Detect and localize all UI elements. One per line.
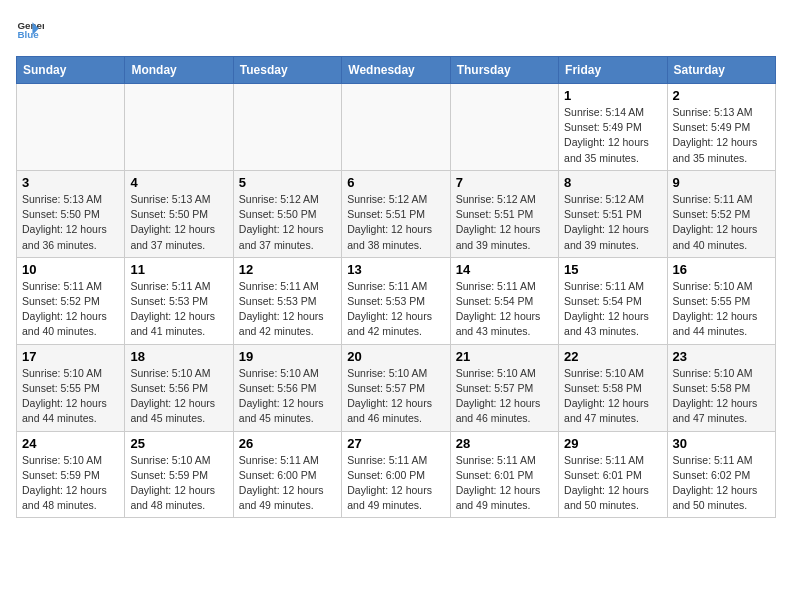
calendar-cell: 12Sunrise: 5:11 AM Sunset: 5:53 PM Dayli… [233, 257, 341, 344]
calendar-cell: 11Sunrise: 5:11 AM Sunset: 5:53 PM Dayli… [125, 257, 233, 344]
weekday-header-saturday: Saturday [667, 57, 775, 84]
day-number: 7 [456, 175, 553, 190]
calendar-cell: 26Sunrise: 5:11 AM Sunset: 6:00 PM Dayli… [233, 431, 341, 518]
day-number: 12 [239, 262, 336, 277]
day-info: Sunrise: 5:13 AM Sunset: 5:50 PM Dayligh… [22, 192, 119, 253]
day-number: 29 [564, 436, 661, 451]
day-number: 5 [239, 175, 336, 190]
calendar-cell [17, 84, 125, 171]
calendar-cell: 22Sunrise: 5:10 AM Sunset: 5:58 PM Dayli… [559, 344, 667, 431]
day-number: 1 [564, 88, 661, 103]
weekday-header-sunday: Sunday [17, 57, 125, 84]
calendar-cell: 1Sunrise: 5:14 AM Sunset: 5:49 PM Daylig… [559, 84, 667, 171]
day-number: 21 [456, 349, 553, 364]
day-info: Sunrise: 5:11 AM Sunset: 5:53 PM Dayligh… [239, 279, 336, 340]
calendar-cell: 2Sunrise: 5:13 AM Sunset: 5:49 PM Daylig… [667, 84, 775, 171]
page-header: General Blue [16, 16, 776, 44]
logo-icon: General Blue [16, 16, 44, 44]
day-number: 24 [22, 436, 119, 451]
day-info: Sunrise: 5:11 AM Sunset: 6:00 PM Dayligh… [239, 453, 336, 514]
day-number: 14 [456, 262, 553, 277]
day-info: Sunrise: 5:12 AM Sunset: 5:51 PM Dayligh… [564, 192, 661, 253]
day-info: Sunrise: 5:11 AM Sunset: 5:54 PM Dayligh… [564, 279, 661, 340]
day-info: Sunrise: 5:13 AM Sunset: 5:50 PM Dayligh… [130, 192, 227, 253]
day-number: 25 [130, 436, 227, 451]
weekday-header-tuesday: Tuesday [233, 57, 341, 84]
calendar-cell: 24Sunrise: 5:10 AM Sunset: 5:59 PM Dayli… [17, 431, 125, 518]
day-number: 4 [130, 175, 227, 190]
calendar-cell [450, 84, 558, 171]
day-number: 6 [347, 175, 444, 190]
calendar-cell: 4Sunrise: 5:13 AM Sunset: 5:50 PM Daylig… [125, 170, 233, 257]
day-number: 2 [673, 88, 770, 103]
day-number: 30 [673, 436, 770, 451]
day-info: Sunrise: 5:10 AM Sunset: 5:55 PM Dayligh… [22, 366, 119, 427]
day-info: Sunrise: 5:10 AM Sunset: 5:58 PM Dayligh… [673, 366, 770, 427]
day-info: Sunrise: 5:10 AM Sunset: 5:58 PM Dayligh… [564, 366, 661, 427]
calendar-cell [342, 84, 450, 171]
day-info: Sunrise: 5:11 AM Sunset: 5:54 PM Dayligh… [456, 279, 553, 340]
calendar-cell: 8Sunrise: 5:12 AM Sunset: 5:51 PM Daylig… [559, 170, 667, 257]
calendar-cell: 18Sunrise: 5:10 AM Sunset: 5:56 PM Dayli… [125, 344, 233, 431]
calendar-cell: 30Sunrise: 5:11 AM Sunset: 6:02 PM Dayli… [667, 431, 775, 518]
calendar-cell: 3Sunrise: 5:13 AM Sunset: 5:50 PM Daylig… [17, 170, 125, 257]
day-info: Sunrise: 5:14 AM Sunset: 5:49 PM Dayligh… [564, 105, 661, 166]
day-number: 22 [564, 349, 661, 364]
day-info: Sunrise: 5:10 AM Sunset: 5:59 PM Dayligh… [130, 453, 227, 514]
day-number: 15 [564, 262, 661, 277]
day-number: 17 [22, 349, 119, 364]
day-number: 10 [22, 262, 119, 277]
calendar-cell: 17Sunrise: 5:10 AM Sunset: 5:55 PM Dayli… [17, 344, 125, 431]
calendar-cell [233, 84, 341, 171]
day-info: Sunrise: 5:11 AM Sunset: 5:52 PM Dayligh… [673, 192, 770, 253]
day-info: Sunrise: 5:12 AM Sunset: 5:50 PM Dayligh… [239, 192, 336, 253]
day-number: 20 [347, 349, 444, 364]
calendar-cell: 13Sunrise: 5:11 AM Sunset: 5:53 PM Dayli… [342, 257, 450, 344]
calendar-cell: 6Sunrise: 5:12 AM Sunset: 5:51 PM Daylig… [342, 170, 450, 257]
day-info: Sunrise: 5:10 AM Sunset: 5:59 PM Dayligh… [22, 453, 119, 514]
weekday-header-monday: Monday [125, 57, 233, 84]
day-info: Sunrise: 5:11 AM Sunset: 6:01 PM Dayligh… [456, 453, 553, 514]
day-number: 11 [130, 262, 227, 277]
day-info: Sunrise: 5:10 AM Sunset: 5:57 PM Dayligh… [456, 366, 553, 427]
day-number: 3 [22, 175, 119, 190]
day-info: Sunrise: 5:11 AM Sunset: 5:53 PM Dayligh… [130, 279, 227, 340]
calendar-cell: 16Sunrise: 5:10 AM Sunset: 5:55 PM Dayli… [667, 257, 775, 344]
logo: General Blue [16, 16, 48, 44]
calendar-cell: 20Sunrise: 5:10 AM Sunset: 5:57 PM Dayli… [342, 344, 450, 431]
day-number: 9 [673, 175, 770, 190]
day-number: 28 [456, 436, 553, 451]
calendar-cell: 7Sunrise: 5:12 AM Sunset: 5:51 PM Daylig… [450, 170, 558, 257]
calendar-cell: 29Sunrise: 5:11 AM Sunset: 6:01 PM Dayli… [559, 431, 667, 518]
day-number: 16 [673, 262, 770, 277]
calendar-cell: 10Sunrise: 5:11 AM Sunset: 5:52 PM Dayli… [17, 257, 125, 344]
day-number: 26 [239, 436, 336, 451]
weekday-header-wednesday: Wednesday [342, 57, 450, 84]
day-number: 8 [564, 175, 661, 190]
weekday-header-thursday: Thursday [450, 57, 558, 84]
day-number: 18 [130, 349, 227, 364]
day-info: Sunrise: 5:10 AM Sunset: 5:56 PM Dayligh… [239, 366, 336, 427]
day-info: Sunrise: 5:11 AM Sunset: 6:01 PM Dayligh… [564, 453, 661, 514]
calendar-cell [125, 84, 233, 171]
calendar-cell: 9Sunrise: 5:11 AM Sunset: 5:52 PM Daylig… [667, 170, 775, 257]
day-info: Sunrise: 5:11 AM Sunset: 5:53 PM Dayligh… [347, 279, 444, 340]
calendar-cell: 14Sunrise: 5:11 AM Sunset: 5:54 PM Dayli… [450, 257, 558, 344]
day-info: Sunrise: 5:12 AM Sunset: 5:51 PM Dayligh… [347, 192, 444, 253]
calendar-cell: 15Sunrise: 5:11 AM Sunset: 5:54 PM Dayli… [559, 257, 667, 344]
day-number: 23 [673, 349, 770, 364]
day-info: Sunrise: 5:10 AM Sunset: 5:57 PM Dayligh… [347, 366, 444, 427]
day-info: Sunrise: 5:11 AM Sunset: 6:02 PM Dayligh… [673, 453, 770, 514]
calendar-cell: 19Sunrise: 5:10 AM Sunset: 5:56 PM Dayli… [233, 344, 341, 431]
day-info: Sunrise: 5:10 AM Sunset: 5:55 PM Dayligh… [673, 279, 770, 340]
day-number: 13 [347, 262, 444, 277]
calendar-table: SundayMondayTuesdayWednesdayThursdayFrid… [16, 56, 776, 518]
day-info: Sunrise: 5:12 AM Sunset: 5:51 PM Dayligh… [456, 192, 553, 253]
day-number: 19 [239, 349, 336, 364]
weekday-header-friday: Friday [559, 57, 667, 84]
day-info: Sunrise: 5:13 AM Sunset: 5:49 PM Dayligh… [673, 105, 770, 166]
calendar-cell: 27Sunrise: 5:11 AM Sunset: 6:00 PM Dayli… [342, 431, 450, 518]
calendar-cell: 28Sunrise: 5:11 AM Sunset: 6:01 PM Dayli… [450, 431, 558, 518]
calendar-cell: 5Sunrise: 5:12 AM Sunset: 5:50 PM Daylig… [233, 170, 341, 257]
day-info: Sunrise: 5:10 AM Sunset: 5:56 PM Dayligh… [130, 366, 227, 427]
